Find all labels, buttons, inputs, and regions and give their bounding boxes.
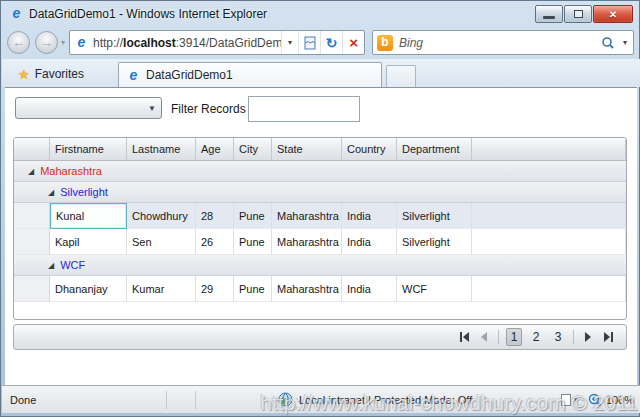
recent-pages-chevron-icon[interactable]: ▾ [61, 38, 65, 47]
grid-cell-filler [472, 276, 626, 302]
stop-button[interactable]: × [342, 31, 364, 54]
grid-column-header[interactable]: State [272, 138, 342, 160]
grid-cell[interactable]: Maharashtra [272, 203, 342, 229]
grid-cell[interactable]: 28 [196, 203, 234, 229]
compatibility-view-button[interactable] [298, 31, 320, 54]
group-row[interactable]: ◢Maharashtra [14, 161, 626, 182]
grid-cell[interactable]: Kapil [50, 229, 127, 255]
pager-page-2[interactable]: 2 [528, 329, 544, 345]
grid-cell[interactable]: Silverlight [397, 203, 472, 229]
refresh-icon: ↻ [326, 35, 338, 51]
status-separator [195, 391, 196, 409]
group-row[interactable]: ◢Silverlight [14, 182, 626, 203]
ie-logo-icon: e [9, 6, 24, 21]
grid-cell[interactable]: Maharashtra [272, 229, 342, 255]
grid-cell[interactable]: India [342, 203, 397, 229]
url-text[interactable]: http://localhost:3914/DataGridDem [89, 36, 281, 50]
search-box[interactable]: b Bing ▾ [372, 30, 634, 55]
pager-next-button[interactable] [578, 328, 598, 346]
search-icon[interactable] [601, 36, 615, 50]
group-expander-icon[interactable]: ◢ [28, 167, 34, 176]
browser-window: e DataGridDemo1 - Windows Internet Explo… [0, 0, 640, 417]
search-input[interactable]: Bing [399, 36, 601, 50]
title-bar[interactable]: e DataGridDemo1 - Windows Internet Explo… [1, 1, 639, 26]
url-rest: :3914/DataGridDem [176, 36, 281, 50]
minimize-icon [543, 16, 555, 19]
table-row[interactable]: DhananjayKumar29PuneMaharashtraIndiaWCF [14, 276, 626, 302]
grid-cell[interactable]: Silverlight [397, 229, 472, 255]
grid-column-header[interactable]: Department [397, 138, 472, 160]
group-label: WCF [60, 259, 85, 271]
grid-cell[interactable]: Chowdhury [127, 203, 196, 229]
pager-page-3[interactable]: 3 [550, 329, 566, 345]
pager-first-icon [459, 332, 470, 342]
change-zoom-button[interactable]: ▾ [561, 394, 578, 406]
page-favicon-icon: e [74, 35, 89, 50]
grid-cell[interactable]: Sen [127, 229, 196, 255]
group-expander-icon[interactable]: ◢ [48, 261, 54, 270]
grid-column-header[interactable]: Country [342, 138, 397, 160]
close-icon: ✕ [609, 9, 617, 20]
pager-separator [498, 330, 499, 344]
zoom-level-button[interactable]: 100% [588, 393, 634, 407]
grid-cell[interactable]: India [342, 229, 397, 255]
pager-last-button[interactable] [598, 328, 618, 346]
grid-cell[interactable]: Pune [234, 229, 272, 255]
grid-column-header[interactable]: Age [196, 138, 234, 160]
forward-button[interactable]: → [35, 31, 58, 54]
filter-input[interactable] [248, 96, 360, 122]
zoom-caret-icon: ▾ [574, 395, 578, 404]
tab-datagriddemo1[interactable]: e DataGridDemo1 [118, 62, 382, 87]
restore-button[interactable] [564, 5, 592, 23]
grid-cell[interactable]: 26 [196, 229, 234, 255]
grid-cell[interactable]: WCF [397, 276, 472, 302]
back-button[interactable]: ← [7, 31, 30, 54]
security-zone[interactable]: Local intranet | Protected Mode: Off [278, 392, 472, 407]
row-header-cell [14, 229, 50, 255]
grid-cell[interactable]: Kunal [50, 203, 127, 229]
status-separator [166, 391, 167, 409]
group-label: Maharashtra [40, 165, 102, 177]
grid-header-row: FirstnameLastnameAgeCityStateCountryDepa… [14, 138, 626, 161]
pager-separator [573, 330, 574, 344]
grid-cell[interactable]: Pune [234, 276, 272, 302]
group-label: Silverlight [60, 186, 108, 198]
pager-previous-button[interactable] [474, 328, 494, 346]
grid-column-header[interactable]: Lastname [127, 138, 196, 160]
url-host: localhost [123, 36, 176, 50]
grid-cell[interactable]: Dhananjay [50, 276, 127, 302]
pager-previous-icon [480, 332, 488, 342]
pager-first-button[interactable] [454, 328, 474, 346]
address-dropdown-button[interactable]: ▾ [281, 31, 298, 54]
table-row[interactable]: KunalChowdhury28PuneMaharashtraIndiaSilv… [14, 203, 626, 229]
refresh-button[interactable]: ↻ [320, 31, 342, 54]
restore-icon [574, 10, 583, 18]
pager-page-1[interactable]: 1 [506, 328, 522, 346]
grid-header-filler [472, 138, 626, 160]
intranet-globe-icon [278, 392, 293, 407]
group-row[interactable]: ◢WCF [14, 255, 626, 276]
new-tab-button[interactable] [386, 65, 416, 87]
table-row[interactable]: KapilSen26PuneMaharashtraIndiaSilverligh… [14, 229, 626, 255]
forward-icon: → [40, 35, 53, 50]
pager-last-icon [603, 332, 614, 342]
grid-column-header[interactable]: City [234, 138, 272, 160]
grid-column-header[interactable]: Firstname [50, 138, 127, 160]
search-dropdown-icon[interactable]: ▾ [617, 38, 633, 47]
close-button[interactable]: ✕ [593, 5, 633, 23]
grid-cell[interactable]: 29 [196, 276, 234, 302]
zoom-magnifier-icon [588, 393, 602, 407]
grid-cell[interactable]: India [342, 276, 397, 302]
group-expander-icon[interactable]: ◢ [48, 188, 54, 197]
favorites-button[interactable]: ★ Favorites [8, 62, 94, 86]
grid-cell[interactable]: Pune [234, 203, 272, 229]
favorites-label: Favorites [35, 67, 84, 81]
zone-text: Local intranet | Protected Mode: Off [299, 394, 472, 406]
grid-cell[interactable]: Maharashtra [272, 276, 342, 302]
grid-cell[interactable]: Kumar [127, 276, 196, 302]
grid-body: ◢Maharashtra◢SilverlightKunalChowdhury28… [14, 161, 626, 319]
compatibility-view-icon [303, 36, 317, 50]
group-selector-combobox[interactable]: ▼ [15, 97, 162, 119]
minimize-button[interactable] [535, 5, 563, 23]
address-bar[interactable]: e http://localhost:3914/DataGridDem ▾ ↻ … [69, 30, 365, 55]
